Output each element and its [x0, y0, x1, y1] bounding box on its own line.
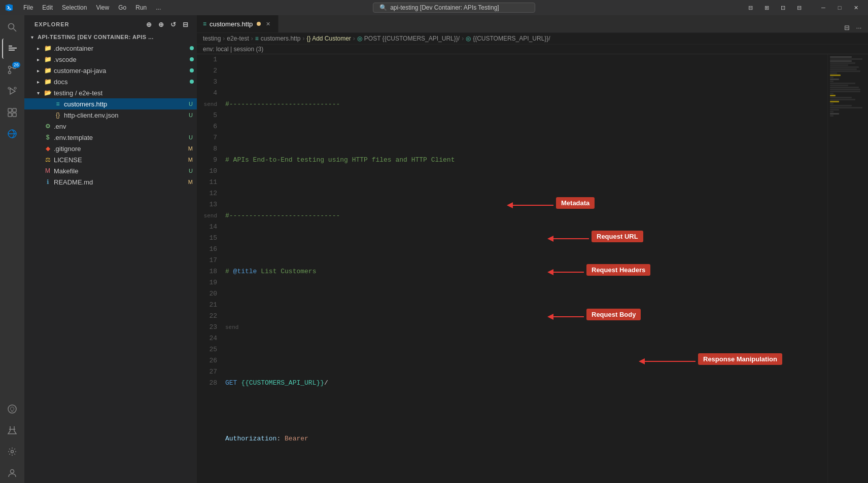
- folder-icon: 📁: [44, 78, 52, 86]
- mini-line: [830, 58, 862, 60]
- menu-edit[interactable]: Edit: [38, 3, 57, 12]
- file-modified-badge: U: [189, 134, 193, 140]
- mini-line: [830, 109, 839, 110]
- sidebar-item-readme[interactable]: ℹ README.md M: [24, 176, 197, 188]
- code-area[interactable]: #---------------------------- # APIs End…: [221, 54, 827, 483]
- sidebar-item-testing[interactable]: ▾ 📂 testing / e2e-test: [24, 87, 197, 98]
- sidebar-actions: ⊕ ⊕ ↺ ⊟: [144, 19, 191, 29]
- layout-btn-4[interactable]: ⊟: [792, 3, 806, 13]
- breadcrumb-add-customer[interactable]: {} Add Customer: [306, 35, 351, 42]
- sidebar-item-customers-http[interactable]: ≡ customers.http U: [24, 98, 197, 109]
- mini-line: [830, 77, 834, 78]
- breadcrumb-post-url[interactable]: POST {{CUSTOMERS_API_URL}}/: [364, 35, 460, 42]
- activity-settings[interactable]: [2, 441, 22, 462]
- sidebar-item-testing-label: testing / e2e-test: [54, 89, 197, 97]
- sidebar-item-docs[interactable]: ▸ 📁 docs: [24, 76, 197, 87]
- breadcrumb-var-icon: ◎: [466, 35, 471, 42]
- new-file-btn[interactable]: ⊕: [144, 19, 154, 29]
- folder-icon: 📁: [44, 55, 52, 63]
- activity-testing[interactable]: [2, 420, 22, 440]
- sidebar-item-env-json[interactable]: {} http-client.env.json U: [24, 109, 197, 121]
- editor-toolbar: ⊟ ···: [838, 22, 868, 32]
- layout-btn-3[interactable]: ⊡: [776, 3, 790, 13]
- sidebar-item-env-json-label: http-client.env.json: [64, 112, 187, 119]
- svg-point-5: [9, 66, 11, 69]
- sidebar-item-license[interactable]: ⚖ LICENSE M: [24, 154, 197, 165]
- code-text: # APIs End-to-End testing using HTTP fil…: [225, 155, 455, 166]
- sidebar-title: EXPLORER: [34, 21, 70, 27]
- activity-extensions[interactable]: [2, 102, 22, 123]
- activity-remote[interactable]: [2, 124, 22, 144]
- breadcrumb-file-icon: ≡: [255, 35, 259, 42]
- refresh-btn[interactable]: ↺: [168, 19, 179, 29]
- file-modified-badge: U: [189, 112, 193, 118]
- mini-line: [830, 91, 860, 92]
- minimap: [827, 54, 868, 483]
- svg-point-17: [11, 451, 14, 453]
- sidebar-item-customers-label: customers.http: [64, 100, 187, 108]
- sidebar-item-vscode-label: .vscode: [54, 56, 188, 63]
- menu-go[interactable]: Go: [114, 3, 130, 12]
- line-numbers: 1 2 3 4 send 5 6 7 8 9 10 11 12 13 send …: [197, 54, 221, 483]
- menu-selection[interactable]: Selection: [58, 3, 91, 12]
- activity-run-debug[interactable]: [2, 81, 22, 101]
- status-dot: [190, 68, 194, 72]
- search-box[interactable]: 🔍 api-testing [Dev Container: APIs Testi…: [373, 3, 535, 13]
- activity-accounts[interactable]: [2, 463, 22, 483]
- tab-customers-http[interactable]: ≡ customers.http ✕: [197, 15, 279, 32]
- svg-rect-13: [8, 113, 12, 117]
- spacer-icon: [34, 167, 42, 174]
- sidebar-item-devcontainer[interactable]: ▸ 📁 .devcontainer: [24, 43, 197, 54]
- svg-line-1: [14, 29, 17, 32]
- sidebar: EXPLORER ⊕ ⊕ ↺ ⊟ ▾ API-TESTING [DEV CONT…: [24, 15, 197, 483]
- sidebar-item-env-template[interactable]: $ .env.template U: [24, 132, 197, 143]
- sidebar-item-env-label: .env: [54, 123, 197, 130]
- activity-explorer[interactable]: [2, 39, 22, 59]
- mini-line: [830, 62, 855, 64]
- sidebar-item-env[interactable]: ⚙ .env: [24, 121, 197, 132]
- chevron-down-icon: ▾: [28, 33, 36, 41]
- status-dot: [190, 57, 194, 61]
- activity-github[interactable]: [2, 399, 22, 419]
- file-license-icon: ⚖: [44, 156, 52, 164]
- window-controls: ⊟ ⊞ ⊡ ⊟ ─ □ ✕: [743, 3, 863, 13]
- env-bar: env: local | session (3): [197, 45, 868, 54]
- mini-line: [830, 103, 834, 104]
- sidebar-item-customer-api[interactable]: ▸ 📁 customer-api-java: [24, 65, 197, 76]
- breadcrumb-customers-http[interactable]: customers.http: [261, 35, 301, 42]
- breadcrumb-testing[interactable]: testing: [203, 35, 221, 42]
- sidebar-item-vscode[interactable]: ▸ 📁 .vscode: [24, 54, 197, 65]
- menu-view[interactable]: View: [92, 3, 113, 12]
- breadcrumb-var[interactable]: {{CUSTOMERS_API_URL}}/: [473, 35, 550, 42]
- sidebar-item-makefile[interactable]: M Makefile U: [24, 165, 197, 176]
- activity-source-control[interactable]: 26: [2, 60, 22, 80]
- collapse-btn[interactable]: ⊟: [181, 19, 191, 29]
- sidebar-item-docs-label: docs: [54, 78, 188, 86]
- svg-point-7: [9, 71, 11, 74]
- menu-more[interactable]: ...: [152, 3, 165, 12]
- breadcrumb-e2e-test[interactable]: e2e-test: [227, 35, 249, 42]
- chevron-right-icon: ▸: [34, 78, 42, 85]
- layout-btn-2[interactable]: ⊞: [759, 3, 774, 13]
- split-editor-btn[interactable]: ⊟: [842, 22, 852, 32]
- menu-run[interactable]: Run: [131, 3, 151, 12]
- tab-close-btn[interactable]: ✕: [264, 20, 272, 28]
- layout-btn-1[interactable]: ⊟: [743, 3, 757, 13]
- mini-line: [830, 70, 860, 72]
- more-actions-btn[interactable]: ···: [854, 22, 864, 32]
- chevron-right-icon: ▸: [34, 67, 42, 74]
- mini-line: [830, 115, 834, 117]
- new-folder-btn[interactable]: ⊕: [156, 19, 166, 29]
- sidebar-item-license-label: LICENSE: [54, 156, 186, 164]
- menu-file[interactable]: File: [19, 3, 37, 12]
- minimize-button[interactable]: ─: [816, 3, 830, 13]
- chevron-right-icon: ▸: [34, 45, 42, 52]
- close-button[interactable]: ✕: [849, 3, 863, 13]
- file-modified-badge: U: [189, 168, 193, 174]
- sidebar-project-root[interactable]: ▾ API-TESTING [DEV CONTAINER: APIS ...: [24, 31, 197, 43]
- activity-search[interactable]: [2, 17, 22, 38]
- mini-line: [830, 64, 848, 66]
- sidebar-item-gitignore[interactable]: ◆ .gitignore M: [24, 143, 197, 154]
- code-lines: #---------------------------- # APIs End…: [221, 54, 827, 483]
- maximize-button[interactable]: □: [832, 3, 847, 13]
